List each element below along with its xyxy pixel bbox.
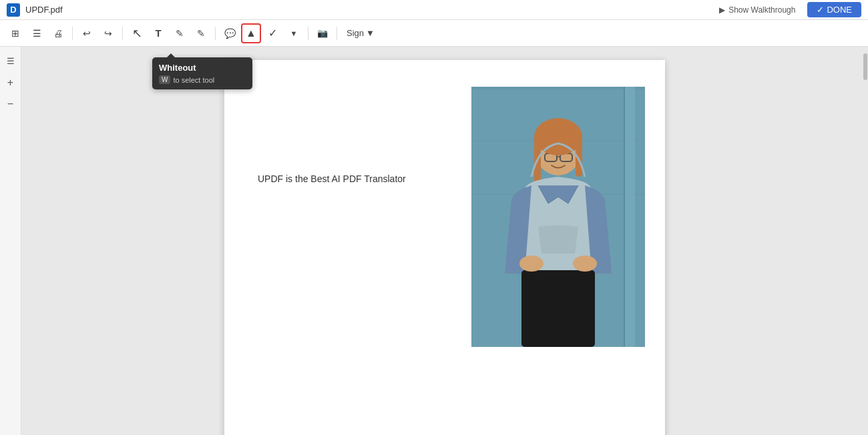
select-button[interactable]: ↖ [127, 23, 147, 43]
pdf-image-svg [471, 87, 645, 347]
zoom-in-icon: + [7, 77, 13, 89]
tooltip-box: Whiteout W to select tool [152, 57, 252, 89]
svg-rect-4 [625, 87, 635, 347]
toolbar-divider-3 [215, 27, 216, 40]
svg-point-15 [573, 256, 597, 272]
check-button[interactable]: ✓ [262, 23, 282, 43]
dropdown-button[interactable]: ▼ [284, 23, 304, 43]
shortcut-key: W [159, 75, 170, 84]
tooltip-title: Whiteout [159, 63, 246, 73]
svg-point-10 [534, 118, 582, 155]
grid-view-button[interactable]: ⊞ [5, 23, 25, 43]
undo-button[interactable]: ↩ [77, 23, 97, 43]
pdf-image [471, 87, 645, 347]
app-logo: D [7, 3, 20, 17]
comment-icon: 💬 [224, 28, 236, 39]
toolbar-divider-5 [337, 27, 337, 40]
left-panel: ☰ + − [0, 47, 21, 435]
svg-rect-5 [624, 87, 625, 347]
walkthrough-button[interactable]: ▶ Show Walkthrough [714, 3, 801, 17]
highlight-icon: ✎ [176, 28, 184, 39]
print-button[interactable]: 🖨 [48, 23, 68, 43]
whiteout-button[interactable]: ▲ [241, 23, 261, 43]
title-bar: D UPDF.pdf ▶ Show Walkthrough ✓ DONE [0, 0, 868, 20]
image-button[interactable]: 📷 [312, 23, 333, 43]
toolbar: ⊞ ☰ 🖨 ↩ ↪ ↖ T ✎ ✎ 💬 ▲ ✓ ▼ 📷 Sign ▼ White… [0, 20, 868, 47]
sign-button[interactable]: Sign ▼ [341, 25, 380, 41]
scrollbar[interactable] [863, 47, 868, 435]
done-button[interactable]: ✓ DONE [807, 2, 861, 17]
comment-button[interactable]: 💬 [220, 23, 240, 43]
file-name: UPDF.pdf [25, 5, 63, 15]
whiteout-tooltip: Whiteout W to select tool [152, 57, 252, 89]
tooltip-arrow [167, 53, 175, 57]
zoom-out-icon: − [7, 98, 13, 110]
pdf-text: UPDF is the Best AI PDF Translator [258, 173, 406, 184]
toolbar-divider-4 [308, 27, 308, 40]
walkthrough-icon: ▶ [719, 5, 725, 15]
sign-dropdown-icon: ▼ [366, 28, 375, 38]
svg-rect-1 [471, 87, 645, 89]
pen-icon: ✎ [197, 28, 205, 39]
pdf-page: UPDF is the Best AI PDF Translator [224, 60, 665, 435]
text-button[interactable]: T [148, 23, 168, 43]
svg-point-14 [519, 256, 544, 272]
list-view-button[interactable]: ☰ [27, 23, 47, 43]
zoom-out-button[interactable]: − [3, 96, 19, 112]
title-bar-actions: ▶ Show Walkthrough ✓ DONE [714, 2, 861, 17]
toolbar-divider-2 [122, 27, 123, 40]
pdf-content-area[interactable]: UPDF is the Best AI PDF Translator [21, 47, 868, 435]
zoom-in-button[interactable]: + [3, 75, 19, 91]
tooltip-shortcut: W to select tool [159, 75, 246, 84]
panel-toggle-button[interactable]: ☰ [2, 52, 19, 69]
sign-label: Sign [347, 28, 364, 38]
redo-button[interactable]: ↪ [98, 23, 118, 43]
highlight-button[interactable]: ✎ [170, 23, 190, 43]
panel-icon: ☰ [7, 56, 15, 66]
scrollbar-thumb[interactable] [863, 53, 867, 80]
pen-button[interactable]: ✎ [191, 23, 211, 43]
pdf-image-container [471, 87, 645, 347]
whiteout-icon: ▲ [246, 27, 256, 39]
svg-rect-13 [521, 270, 595, 347]
done-checkmark-icon: ✓ [817, 5, 824, 15]
main-area: ☰ + − UPDF is the Best AI PDF Translator [0, 47, 868, 435]
toolbar-divider-1 [72, 27, 73, 40]
shortcut-suffix: to select tool [173, 76, 214, 84]
